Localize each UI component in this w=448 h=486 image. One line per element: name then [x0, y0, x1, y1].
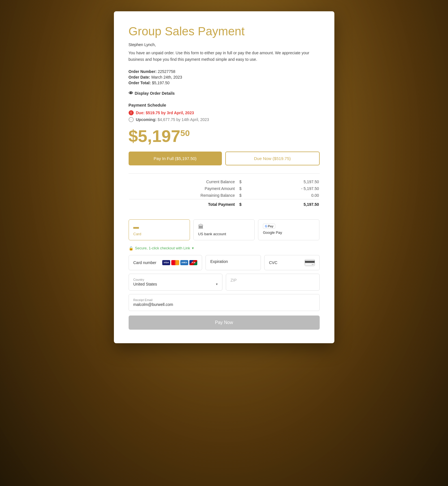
amount-display: $5,19750 [129, 128, 320, 145]
order-info: Order Number: 22527758 Order Date: March… [129, 69, 320, 85]
receipt-email-field[interactable]: Receipt Email malcolm@burwell.com [129, 294, 320, 311]
due-icon: ! [129, 110, 134, 115]
jcb-icon: JCB [189, 260, 197, 265]
card-brands: VISA AMEX JCB [162, 260, 197, 265]
cvc-field[interactable]: CVC ••• [264, 255, 320, 270]
due-now-button[interactable]: Due Now ($519.75) [225, 152, 320, 165]
big-amount: $5,19750 [129, 127, 190, 146]
zip-field[interactable]: ZIP [226, 274, 320, 291]
payment-modal: Group Sales Payment Stephen Lynch, You h… [114, 11, 334, 343]
expiration-field[interactable]: Expiration [205, 255, 261, 270]
payment-schedule-title: Payment Schedule [129, 103, 320, 107]
schedule-upcoming: ○ Upcoming: $4,677.75 by 14th April, 202… [129, 117, 320, 122]
payment-method-card[interactable]: ▬ Card [129, 219, 190, 240]
schedule-due: ! Due: $519.75 by 3rd April, 2023 [129, 110, 320, 115]
amex-icon: AMEX [180, 260, 188, 265]
balance-section: Current Balance $ 5,197.50 Payment Amoun… [129, 178, 320, 213]
bank-icon: 🏛 [198, 224, 250, 230]
chevron-down-icon: ▾ [216, 282, 218, 286]
cvc-card-icon: ••• [305, 259, 315, 266]
order-total: Order Total: $5,197.50 [129, 81, 320, 85]
divider [129, 173, 320, 174]
secure-link[interactable]: 🔒 Secure, 1-click checkout with Link ▾ [129, 246, 320, 250]
country-zip-row: Country United States ▾ ZIP [129, 274, 320, 291]
card-icon: ▬ [133, 224, 185, 230]
pay-full-button[interactable]: Pay In Full ($5,197.50) [129, 152, 222, 165]
balance-row-current: Current Balance $ 5,197.50 [129, 179, 319, 185]
order-date: Order Date: March 24th, 2023 [129, 75, 320, 79]
country-field[interactable]: Country United States ▾ [129, 274, 222, 291]
chevron-down-icon: ▾ [192, 246, 194, 250]
order-number: Order Number: 22527758 [129, 69, 320, 74]
lock-icon: 🔒 [129, 246, 133, 250]
upcoming-icon: ○ [129, 117, 134, 122]
display-order-link[interactable]: 👁 Display Order Details [129, 91, 175, 96]
pay-now-button[interactable]: Pay Now [129, 316, 320, 330]
balance-table: Current Balance $ 5,197.50 Payment Amoun… [129, 178, 320, 208]
eye-icon: 👁 [129, 91, 133, 96]
gpay-badge: GPay [263, 224, 275, 229]
mastercard-icon [171, 260, 179, 265]
description: You have an unpaid order. Use this form … [129, 50, 320, 62]
balance-row-payment: Payment Amount $ - 5,197.50 [129, 185, 319, 192]
greeting: Stephen Lynch, [129, 42, 320, 47]
card-form: Card number VISA AMEX JCB Expiration CVC… [129, 255, 320, 330]
payment-method-bank[interactable]: 🏛 US bank account [193, 219, 255, 240]
balance-row-total: Total Payment $ 5,197.50 [129, 199, 319, 208]
card-number-row: Card number VISA AMEX JCB Expiration CVC… [129, 255, 320, 270]
card-number-field[interactable]: Card number VISA AMEX JCB [129, 255, 202, 270]
visa-icon: VISA [162, 260, 170, 265]
payment-methods: ▬ Card 🏛 US bank account GPay Google Pay [129, 219, 320, 240]
payment-buttons: Pay In Full ($5,197.50) Due Now ($519.75… [129, 152, 320, 165]
page-title: Group Sales Payment [129, 25, 320, 38]
balance-row-remaining: Remaining Balance $ 0.00 [129, 192, 319, 198]
payment-method-gpay[interactable]: GPay Google Pay [258, 219, 319, 240]
